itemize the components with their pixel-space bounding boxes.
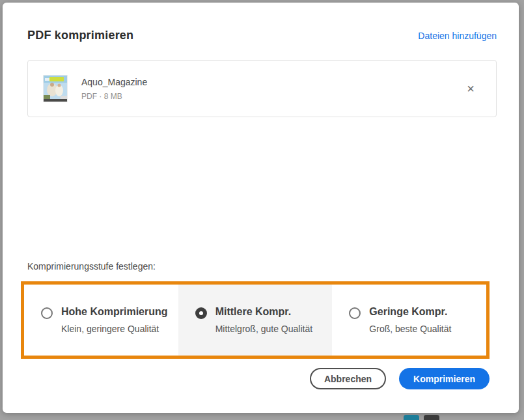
remove-file-button[interactable]: × [461, 79, 480, 98]
file-card: Aquo_Magazine PDF · 8 MB × [27, 60, 497, 117]
compression-level-label: Komprimierungsstufe festlegen: [3, 261, 519, 272]
option-medium-compression[interactable]: Mittlere Kompr. Mittelgroß, gute Qualitä… [178, 285, 333, 356]
compress-pdf-dialog: PDF komprimieren Dateien hinzufügen Aquo… [3, 3, 519, 413]
close-icon: × [467, 82, 475, 95]
compress-button[interactable]: Komprimieren [399, 368, 490, 389]
radio-icon[interactable] [195, 307, 207, 319]
file-thumbnail-icon [44, 76, 67, 102]
radio-icon[interactable] [41, 307, 53, 319]
file-meta: PDF · 8 MB [81, 92, 461, 101]
file-name: Aquo_Magazine [81, 77, 461, 87]
add-files-link[interactable]: Dateien hinzufügen [418, 31, 497, 41]
compression-options-group: Hohe Komprimierung Klein, geringere Qual… [21, 281, 490, 359]
option-subtitle: Klein, geringere Qualität [61, 324, 168, 334]
option-low-compression[interactable]: Geringe Kompr. Groß, beste Qualität [332, 285, 486, 356]
cancel-button[interactable]: Abbrechen [310, 368, 386, 389]
option-title: Hohe Komprimierung [61, 306, 168, 318]
dialog-title: PDF komprimieren [27, 29, 133, 42]
file-info: Aquo_Magazine PDF · 8 MB [81, 77, 461, 101]
background-icon-teal [404, 415, 419, 420]
option-subtitle: Mittelgroß, gute Qualität [215, 324, 312, 334]
option-title: Mittlere Kompr. [215, 306, 312, 318]
option-high-compression[interactable]: Hohe Komprimierung Klein, geringere Qual… [24, 285, 178, 356]
option-subtitle: Groß, beste Qualität [369, 324, 451, 334]
dialog-header: PDF komprimieren Dateien hinzufügen [3, 3, 519, 42]
background-icon-dark [424, 415, 439, 420]
dialog-footer: Abbrechen Komprimieren [3, 359, 519, 389]
background-page-icons [404, 415, 439, 420]
radio-icon[interactable] [349, 307, 361, 319]
option-title: Geringe Kompr. [369, 306, 451, 318]
